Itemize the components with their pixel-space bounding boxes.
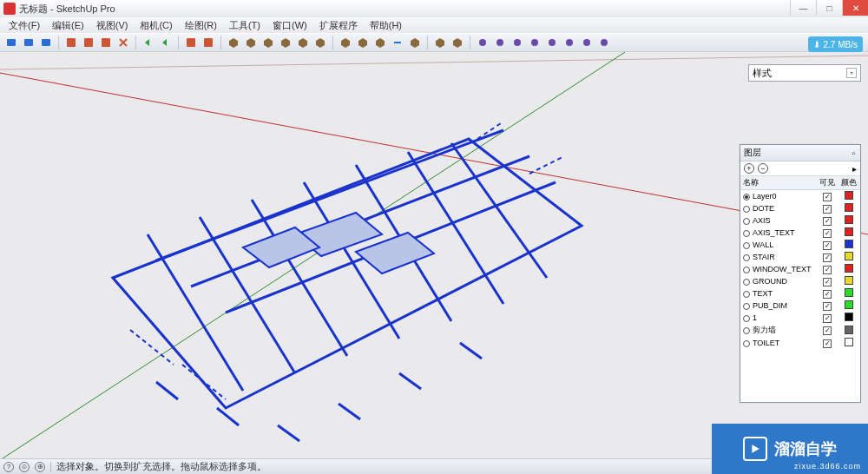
viewport-3d[interactable] — [0, 52, 868, 458]
menu-item-2[interactable]: 视图(V) — [91, 18, 134, 33]
plugin3-icon[interactable] — [510, 35, 525, 50]
layer-color-swatch[interactable] — [845, 326, 853, 334]
menu-item-7[interactable]: 扩展程序 — [314, 18, 363, 33]
layer-current-radio[interactable] — [743, 327, 750, 334]
layer-color-swatch[interactable] — [845, 252, 853, 260]
menu-item-5[interactable]: 工具(T) — [224, 18, 266, 33]
layer-color-swatch[interactable] — [845, 215, 853, 224]
add-layer-button[interactable]: + — [744, 163, 754, 174]
layer-row[interactable]: WALL✓ — [740, 239, 860, 251]
layer-current-radio[interactable] — [743, 206, 750, 213]
menu-item-8[interactable]: 帮助(H) — [365, 18, 407, 33]
menu-item-4[interactable]: 绘图(R) — [180, 18, 222, 33]
layer-visible-checkbox[interactable]: ✓ — [823, 266, 832, 274]
plugin6-icon[interactable] — [562, 35, 577, 50]
layer-row[interactable]: PUB_DIM✓ — [740, 300, 860, 312]
print-icon[interactable] — [183, 35, 199, 50]
layer-visible-checkbox[interactable]: ✓ — [823, 290, 832, 299]
minimize-button[interactable]: — — [790, 0, 816, 16]
menu-item-3[interactable]: 相机(C) — [135, 18, 177, 33]
bandwidth-indicator[interactable]: ⬇ 2.7 MB/s — [808, 36, 863, 52]
col-color[interactable]: 颜色 — [838, 176, 860, 190]
layer-color-swatch[interactable] — [845, 276, 853, 285]
col-name[interactable]: 名称 — [740, 176, 817, 190]
plugin5-icon[interactable] — [544, 35, 560, 50]
layer-current-radio[interactable] — [743, 291, 750, 298]
layer-color-swatch[interactable] — [845, 203, 853, 212]
xray-icon[interactable] — [432, 35, 448, 50]
layer-current-radio[interactable] — [743, 315, 750, 322]
layer-visible-checkbox[interactable]: ✓ — [823, 326, 832, 335]
status-geo-icon[interactable]: ⊕ — [35, 462, 45, 472]
delete-icon[interactable] — [115, 35, 131, 50]
layer-current-radio[interactable] — [743, 279, 750, 286]
layer-visible-checkbox[interactable]: ✓ — [823, 278, 832, 286]
layer-row[interactable]: AXIS✓ — [740, 214, 860, 227]
wireframe-icon[interactable] — [338, 35, 353, 50]
shaded-textures-icon[interactable] — [390, 35, 405, 50]
layer-color-swatch[interactable] — [845, 313, 853, 321]
layer-color-swatch[interactable] — [845, 240, 853, 248]
layer-row[interactable]: STAIR✓ — [740, 251, 860, 263]
layer-row[interactable]: DOTE✓ — [740, 202, 860, 214]
menu-item-6[interactable]: 窗口(W) — [267, 18, 312, 33]
layer-current-radio[interactable] — [743, 267, 750, 273]
layer-current-radio[interactable] — [743, 230, 750, 237]
layer-row[interactable]: TEXT✓ — [740, 287, 860, 300]
new-file-icon[interactable] — [3, 35, 19, 50]
layer-visible-checkbox[interactable]: ✓ — [823, 229, 832, 238]
shaded-icon[interactable] — [372, 35, 388, 50]
close-button[interactable]: ✕ — [842, 0, 868, 16]
layer-row[interactable]: GROUND✓ — [740, 275, 860, 287]
layer-current-radio[interactable] — [743, 194, 750, 201]
plugin4-icon[interactable] — [527, 35, 542, 50]
left-icon[interactable] — [312, 35, 328, 50]
layer-row[interactable]: Layer0✓ — [740, 190, 860, 203]
layers-panel-collapse-icon[interactable]: ▫ — [850, 148, 857, 158]
menu-item-1[interactable]: 编辑(E) — [47, 18, 89, 33]
layer-color-swatch[interactable] — [845, 338, 853, 346]
layer-visible-checkbox[interactable]: ✓ — [823, 217, 832, 226]
col-visible[interactable]: 可见 — [817, 176, 838, 190]
styles-dropdown[interactable]: 样式 ▫ — [748, 64, 861, 82]
cut-icon[interactable] — [63, 35, 79, 50]
monochrome-icon[interactable] — [407, 35, 423, 50]
maximize-button[interactable]: □ — [816, 0, 842, 16]
back-edges-icon[interactable] — [450, 35, 465, 50]
layer-current-radio[interactable] — [743, 303, 750, 310]
remove-layer-button[interactable]: − — [758, 163, 768, 174]
layer-color-swatch[interactable] — [845, 288, 853, 297]
layer-visible-checkbox[interactable]: ✓ — [823, 241, 832, 250]
layer-current-radio[interactable] — [743, 218, 750, 225]
layer-row[interactable]: TOILET✓ — [740, 337, 860, 349]
layers-menu-button[interactable]: ▸ — [852, 164, 857, 174]
layer-row[interactable]: AXIS_TEXT✓ — [740, 227, 860, 239]
layer-row[interactable]: 剪力墙✓ — [740, 324, 860, 337]
layer-row[interactable]: WINDOW_TEXT✓ — [740, 263, 860, 275]
plugin2-icon[interactable] — [492, 35, 508, 50]
layer-current-radio[interactable] — [743, 242, 750, 249]
paste-icon[interactable] — [98, 35, 114, 50]
save-icon[interactable] — [38, 35, 54, 50]
iso-icon[interactable] — [226, 35, 241, 50]
status-user-icon[interactable]: ☺ — [19, 462, 30, 472]
styles-close-icon[interactable]: ▫ — [846, 68, 857, 78]
plugin7-icon[interactable] — [579, 35, 595, 50]
front-icon[interactable] — [260, 35, 276, 50]
hidden-line-icon[interactable] — [355, 35, 371, 50]
open-file-icon[interactable] — [21, 35, 36, 50]
undo-icon[interactable] — [141, 35, 156, 50]
layer-visible-checkbox[interactable]: ✓ — [823, 302, 832, 311]
layers-panel-title[interactable]: 图层 ▫ — [740, 145, 860, 161]
layer-color-swatch[interactable] — [845, 227, 853, 236]
layer-current-radio[interactable] — [743, 340, 750, 347]
layer-current-radio[interactable] — [743, 254, 750, 261]
model-info-icon[interactable] — [201, 35, 216, 50]
layer-visible-checkbox[interactable]: ✓ — [823, 205, 832, 214]
layer-visible-checkbox[interactable]: ✓ — [823, 193, 832, 201]
menu-item-0[interactable]: 文件(F) — [3, 18, 45, 33]
layer-row[interactable]: 1✓ — [740, 312, 860, 324]
top-icon[interactable] — [243, 35, 259, 50]
plugin1-icon[interactable] — [475, 35, 490, 50]
layer-color-swatch[interactable] — [845, 264, 853, 273]
